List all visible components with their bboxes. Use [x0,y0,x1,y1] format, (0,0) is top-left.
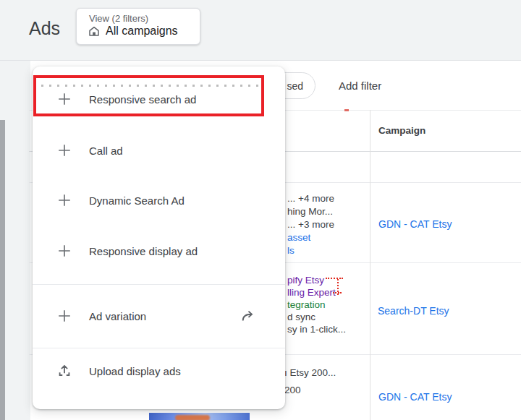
menu-item-label: Responsive display ad [89,245,198,257]
menu-item-upload-display-ads[interactable]: Upload display ads [33,349,285,393]
ad-text-fragment: asset [287,231,334,244]
menu-item-label: Dynamic Search Ad [89,194,185,207]
ad-text-fragment: hing Mor... [287,205,334,218]
menu-item-call-ad[interactable]: Call ad [33,125,285,176]
home-icon [88,25,101,38]
page-title: Ads [29,18,60,39]
campaign-link[interactable]: Search-DT Etsy [378,305,449,317]
new-ad-dropdown-menu: Responsive search ad Call ad Dynamic Sea… [33,67,285,409]
ad-text-fragment: ... +3 more [287,218,334,231]
ad-cell-text: ... +4 morehing Mor...... +3 moreassetls [287,192,334,257]
menu-divider [33,284,285,285]
red-dotted-annotation [326,278,343,279]
ad-cell-text: ı Etsy 200...200 [284,364,336,399]
ad-text-fragment: tegration [287,299,346,311]
gray-dotted-annotation [41,85,260,87]
upload-icon [56,363,72,379]
campaign-link[interactable]: GDN - CAT Etsy [378,218,452,230]
ad-text-fragment: sy in 1-click... [287,323,346,335]
menu-item-label: Upload display ads [89,365,181,377]
ad-text-fragment: ı Etsy 200... [284,364,336,382]
menu-item-label: Ad variation [89,310,146,322]
vertical-scrollbar-thumb[interactable] [0,120,5,420]
table-column-border [370,110,370,420]
campaign-view-filter-button[interactable]: View (2 filters) All campaigns [76,8,200,45]
plus-icon [56,142,72,158]
red-dotted-annotation [333,292,342,293]
ad-text-fragment: ... +4 more [287,192,334,205]
menu-divider [33,348,285,348]
ad-text-fragment: 200 [284,382,336,399]
column-header-campaign[interactable]: Campaign [378,125,425,136]
menu-item-responsive-display-ad[interactable]: Responsive display ad [33,226,285,276]
ad-thumbnail-text-blur [175,415,210,420]
plus-icon [56,243,72,259]
plus-icon [56,192,72,208]
view-filters-caption: View (2 filters) [89,13,200,24]
red-highlight-box [33,75,264,116]
add-filter-button[interactable]: Add filter [339,72,381,99]
red-dotted-annotation [344,109,349,111]
forward-arrow-icon [240,308,256,324]
plus-icon [56,308,72,324]
ad-thumbnail-image [149,413,250,420]
ad-text-fragment: d sync [287,311,346,323]
filter-chip-text: sed [287,80,303,92]
campaign-link[interactable]: GDN - CAT Etsy [378,391,452,403]
ad-text-fragment: ls [287,244,334,257]
view-button-value: All campaigns [106,25,178,38]
menu-item-ad-variation[interactable]: Ad variation [33,291,285,340]
menu-item-label: Call ad [89,145,123,157]
menu-item-dynamic-search-ad[interactable]: Dynamic Search Ad [33,175,285,226]
